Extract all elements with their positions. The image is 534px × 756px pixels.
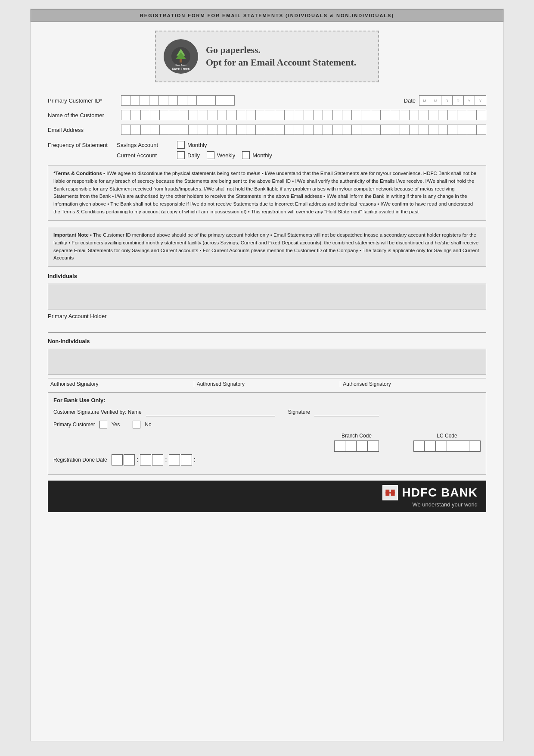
primary-customer-id-label: Primary Customer ID* [48, 97, 117, 104]
bc1[interactable] [334, 440, 345, 452]
important-note: Important Note • The Customer ID mention… [48, 227, 486, 267]
weekly-label: Weekly [217, 152, 235, 159]
date-y2[interactable]: Y [475, 95, 486, 106]
lc-code-cells[interactable] [413, 440, 481, 452]
reg-done-date-label: Registration Done Date [53, 457, 107, 463]
auth-sig-col-3: Authorised Signatory [340, 381, 486, 387]
form-content: Primary Customer ID* Date [31, 91, 503, 521]
current-account-label: Current Account [117, 152, 177, 159]
name-row: Name of the Customer [48, 110, 486, 120]
cid-cell-7[interactable] [178, 95, 187, 106]
daily-checkbox[interactable] [177, 151, 185, 159]
cust-sig-row: Customer Signature Verified by: Name Sig… [53, 408, 481, 416]
date-wrapper: Date M M D D Y Y [404, 95, 486, 106]
lc2[interactable] [425, 440, 436, 452]
individuals-sig-area [48, 284, 486, 309]
cid-cell-5[interactable] [159, 95, 168, 106]
note-title: Important Note [53, 232, 89, 237]
branch-code-cells[interactable] [334, 440, 379, 452]
lc4[interactable] [447, 440, 458, 452]
lc6[interactable] [469, 440, 481, 452]
terms-title: *Terms & Conditions [53, 171, 102, 176]
lc3[interactable] [436, 440, 447, 452]
cust-sig-label: Customer Signature Verified by: Name [53, 409, 142, 415]
hdfc-logo-row: HDFC BANK [382, 485, 478, 500]
banner-inner: Save Trees Go paperless. Opt for an Emai… [155, 31, 379, 82]
terms-text: • I/We agree to discontinue the physical… [53, 171, 476, 214]
primary-account-holder-row: Primary Account Holder [48, 313, 486, 333]
branch-code-label: Branch Code [342, 433, 372, 439]
branch-code-col: Branch Code [334, 433, 379, 452]
date-y1[interactable]: Y [464, 95, 475, 106]
hdfc-icon [382, 485, 398, 500]
banner-line1: Go paperless. [206, 44, 356, 56]
cid-cell-9[interactable] [197, 95, 206, 106]
sig-label: Signature [288, 409, 310, 415]
lc1[interactable] [413, 440, 425, 452]
date-d2[interactable]: D [453, 95, 464, 106]
terms-section: *Terms & Conditions • I/We agree to disc… [48, 165, 486, 221]
banner-area: Save Trees Go paperless. Opt for an Emai… [31, 22, 503, 91]
date-m1[interactable]: M [419, 95, 430, 106]
reg-date-cells[interactable]: : : : [112, 454, 196, 465]
name-input[interactable] [121, 110, 486, 120]
rd2[interactable] [124, 454, 135, 465]
primary-customer-row: Primary Customer ID* Date [48, 95, 486, 106]
primary-customer-id-input[interactable] [121, 95, 235, 106]
auth-sig-label-3: Authorised Signatory [343, 381, 391, 387]
cid-cell-12[interactable] [225, 95, 235, 106]
rd1[interactable] [112, 454, 123, 465]
cid-cell-6[interactable] [168, 95, 178, 106]
bank-use-title: For Bank Use Only: [53, 397, 481, 403]
email-input[interactable] [121, 125, 486, 135]
yes-label: Yes [112, 422, 120, 428]
svg-rect-8 [385, 492, 394, 494]
cid-cell-11[interactable] [216, 95, 225, 106]
date-input[interactable]: M M D D Y Y [419, 95, 486, 106]
email-row: Email Address [48, 125, 486, 135]
banner-line2: Opt for an Email Account Statement. [206, 56, 356, 69]
bc2[interactable] [345, 440, 357, 452]
cid-cell-8[interactable] [187, 95, 197, 106]
daily-checkbox-item: Daily [177, 151, 200, 159]
banner-text: Go paperless. Opt for an Email Account S… [206, 44, 356, 69]
bc3[interactable] [357, 440, 368, 452]
page: REGISTRATION FORM FOR EMAIL STATEMENTS (… [30, 9, 504, 741]
monthly-checkbox-item: Monthly [177, 141, 207, 149]
cid-cell-3[interactable] [140, 95, 149, 106]
monthly-checkbox[interactable] [177, 141, 185, 149]
rd6[interactable] [181, 454, 192, 465]
bc4[interactable] [368, 440, 379, 452]
lc-code-col: LC Code [413, 433, 481, 452]
email-label: Email Address [48, 127, 117, 133]
non-individuals-sig-area [48, 349, 486, 375]
primary-customer-yn-label: Primary Customer [53, 422, 95, 428]
monthly2-label: Monthly [252, 152, 272, 159]
cid-cell-4[interactable] [149, 95, 159, 106]
rd4[interactable] [152, 454, 163, 465]
monthly2-checkbox[interactable] [242, 151, 250, 159]
cid-cell-2[interactable] [130, 95, 140, 106]
rd5[interactable] [169, 454, 180, 465]
branch-lc-row: Branch Code LC Code [53, 433, 481, 452]
savings-row: Frequency of Statement Savings Account M… [48, 141, 486, 149]
bank-use-section: For Bank Use Only: Customer Signature Ve… [48, 392, 486, 475]
tree-icon: Save Trees [164, 39, 198, 74]
weekly-checkbox[interactable] [207, 151, 214, 159]
lc-code-label: LC Code [437, 433, 457, 439]
date-m2[interactable]: M [430, 95, 441, 106]
cid-cell-10[interactable] [206, 95, 216, 106]
cust-sig-name-field[interactable] [146, 408, 275, 416]
yes-checkbox[interactable] [99, 421, 107, 428]
individuals-header: Individuals [48, 271, 486, 281]
auth-sig-col-2: Authorised Signatory [194, 381, 341, 387]
rd3[interactable] [140, 454, 151, 465]
cid-cell-1[interactable] [121, 95, 130, 106]
tree-svg: Save Trees [171, 46, 191, 67]
date-d1[interactable]: D [441, 95, 453, 106]
svg-text:Save Trees: Save Trees [175, 64, 186, 66]
hdfc-bank-name: HDFC BANK [402, 486, 478, 500]
sig-field[interactable] [314, 408, 379, 416]
no-checkbox[interactable] [133, 421, 140, 428]
lc5[interactable] [458, 440, 469, 452]
